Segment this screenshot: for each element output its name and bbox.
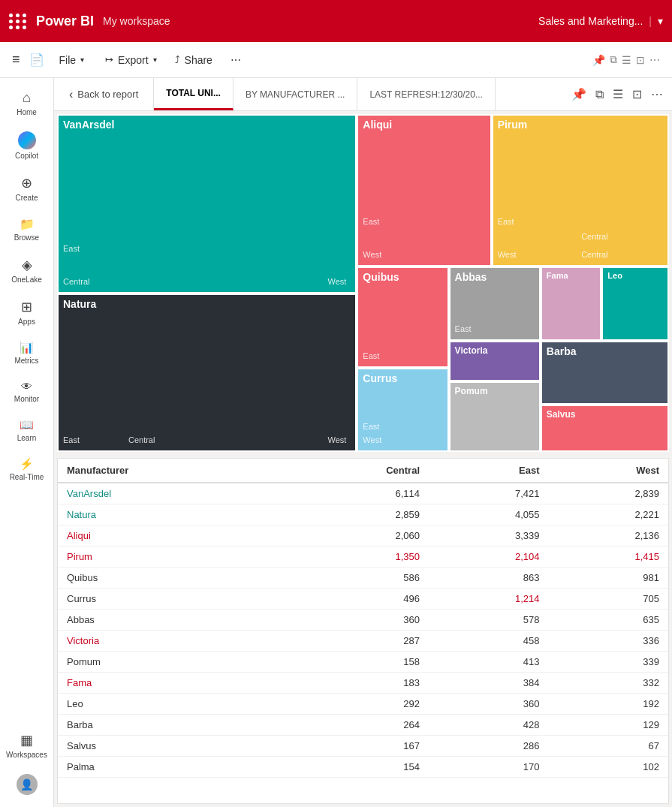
treemap-salvus[interactable]: Salvus <box>541 405 669 452</box>
treemap-vanarsdel[interactable]: VanArsdel East Central West <box>57 114 357 294</box>
filter2-icon[interactable]: ☰ <box>610 84 626 104</box>
sidebar-item-learn[interactable]: 📖 Learn <box>3 412 51 448</box>
cell-manufacturer: Quibus <box>58 568 283 589</box>
cell-east: 384 <box>429 673 548 694</box>
cell-central: 2,060 <box>283 525 429 547</box>
cell-manufacturer: VanArsdel <box>58 483 283 504</box>
cell-west: 2,221 <box>548 504 668 525</box>
create-icon: ⊕ <box>21 175 32 191</box>
cell-central: 1,350 <box>283 547 429 568</box>
tab-actions: 📌 ⧉ ☰ ⊡ ⋯ <box>562 78 672 110</box>
treemap-natura[interactable]: Natura East Central West <box>57 294 357 453</box>
filter-icon[interactable]: ☰ <box>622 54 631 66</box>
powerbi-logo: Power BI <box>36 14 94 29</box>
sidebar-item-apps[interactable]: ⊞ Apps <box>3 293 51 332</box>
pin2-icon[interactable]: 📌 <box>568 84 589 104</box>
menu-icon[interactable]: ≡ <box>12 52 20 68</box>
workspace-label[interactable]: My workspace <box>103 15 170 27</box>
pin-icon[interactable]: 📌 <box>592 54 605 66</box>
cell-west: 192 <box>548 694 668 715</box>
cell-east: 458 <box>429 631 548 652</box>
cell-east: 1,214 <box>429 589 548 610</box>
top-bar: Power BI My workspace Sales and Marketin… <box>0 0 672 42</box>
home-icon: ⌂ <box>23 90 31 106</box>
file-icon: 📄 <box>29 53 44 67</box>
tab-total-units[interactable]: TOTAL UNI... <box>154 78 234 110</box>
cell-central: 264 <box>283 715 429 736</box>
sidebar-item-home[interactable]: ⌂ Home <box>3 84 51 122</box>
treemap-barba[interactable]: Barba <box>541 341 669 405</box>
export-button[interactable]: ↦ Export ▾ <box>98 50 164 71</box>
tab-by-manufacturer[interactable]: BY MANUFACTURER ... <box>234 78 357 110</box>
col-central[interactable]: Central <box>283 459 429 483</box>
more3-icon[interactable]: ⋯ <box>648 84 666 104</box>
sidebar-item-onelake[interactable]: ◈ OneLake <box>3 251 51 290</box>
table-row: Palma154170102 <box>58 757 668 778</box>
fit2-icon[interactable]: ⊡ <box>629 84 645 104</box>
sidebar-item-workspaces[interactable]: ▦ Workspaces <box>3 726 51 765</box>
cell-manufacturer: Leo <box>58 694 283 715</box>
cell-central: 292 <box>283 694 429 715</box>
share-button[interactable]: ⤴ Share <box>167 50 220 71</box>
cell-west: 705 <box>548 589 668 610</box>
tab-last-refresh[interactable]: LAST REFRESH:12/30/20... <box>357 78 496 110</box>
cell-central: 360 <box>283 610 429 631</box>
table-row: Currus4961,214705 <box>58 589 668 610</box>
cell-central: 167 <box>283 736 429 757</box>
cell-east: 286 <box>429 736 548 757</box>
col-east[interactable]: East <box>429 459 548 483</box>
cell-central: 2,859 <box>283 504 429 525</box>
more-button[interactable]: ⋯ <box>223 50 249 71</box>
treemap-currus[interactable]: Currus East West <box>357 368 448 453</box>
treemap-aliqui[interactable]: Aliqui East West <box>357 114 491 266</box>
treemap-fama[interactable]: Fama <box>541 266 602 341</box>
treemap-leo[interactable]: Leo <box>601 266 669 341</box>
table-row: VanArsdel6,1147,4212,839 <box>58 483 668 504</box>
avatar: 👤 <box>17 774 38 795</box>
table-row: Leo292360192 <box>58 694 668 715</box>
sidebar-item-avatar[interactable]: 👤 <box>3 768 51 801</box>
cell-central: 586 <box>283 568 429 589</box>
sidebar-item-realtime[interactable]: ⚡ Real-Time <box>3 451 51 487</box>
fit-icon[interactable]: ⊡ <box>636 54 645 66</box>
cell-manufacturer: Pomum <box>58 652 283 673</box>
col-west[interactable]: West <box>548 459 668 483</box>
realtime-icon: ⚡ <box>20 457 34 471</box>
content-area: ‹ Back to report TOTAL UNI... BY MANUFAC… <box>54 78 672 807</box>
cell-east: 7,421 <box>429 483 548 504</box>
sidebar-item-metrics[interactable]: 📊 Metrics <box>3 335 51 371</box>
cell-west: 332 <box>548 673 668 694</box>
sidebar-item-monitor[interactable]: 👁 Monitor <box>3 374 51 409</box>
sidebar-item-create[interactable]: ⊕ Create <box>3 169 51 208</box>
file-button[interactable]: File ▾ <box>52 50 92 71</box>
back-to-report-button[interactable]: ‹ Back to report <box>54 78 154 110</box>
treemap-abbas[interactable]: Abbas East <box>449 266 541 341</box>
report-title: Sales and Marketing... | ▾ <box>538 15 663 27</box>
report-dropdown[interactable]: ▾ <box>658 15 663 27</box>
table-row: Pirum1,3502,1041,415 <box>58 547 668 568</box>
table-row: Quibus586863981 <box>58 568 668 589</box>
cell-west: 129 <box>548 715 668 736</box>
sidebar-item-copilot[interactable]: Copilot <box>3 125 51 166</box>
copy2-icon[interactable]: ⧉ <box>592 85 607 104</box>
col-manufacturer[interactable]: Manufacturer <box>58 459 283 483</box>
cell-central: 154 <box>283 757 429 778</box>
more2-icon[interactable]: ⋯ <box>649 54 660 66</box>
sidebar-item-browse[interactable]: 📁 Browse <box>3 211 51 248</box>
cell-east: 170 <box>429 757 548 778</box>
cell-east: 428 <box>429 715 548 736</box>
treemap-pomum[interactable]: Pomum <box>449 381 541 453</box>
cell-west: 2,136 <box>548 525 668 547</box>
table-row: Abbas360578635 <box>58 610 668 631</box>
treemap-pirum[interactable]: Pirum East West Central Central <box>492 114 669 266</box>
treemap-victoria[interactable]: Victoria <box>449 341 541 381</box>
cell-west: 2,839 <box>548 483 668 504</box>
table-row: Victoria287458336 <box>58 631 668 652</box>
cell-central: 287 <box>283 631 429 652</box>
treemap-quibus[interactable]: Quibus East <box>357 266 448 368</box>
cell-central: 496 <box>283 589 429 610</box>
table-row: Aliqui2,0603,3392,136 <box>58 525 668 547</box>
cell-manufacturer: Aliqui <box>58 525 283 547</box>
app-launcher[interactable] <box>9 14 27 29</box>
copy-icon[interactable]: ⧉ <box>610 53 617 66</box>
